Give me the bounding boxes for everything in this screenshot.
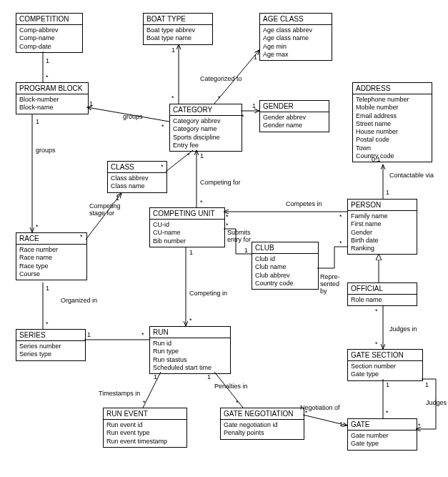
label-timestamps: Timestamps in bbox=[99, 390, 140, 397]
label-judges-in: Judges in bbox=[389, 325, 417, 333]
card: * bbox=[242, 113, 244, 120]
entity-official: OFFICIAL Role name bbox=[347, 282, 417, 306]
card: 1 bbox=[386, 381, 389, 388]
entity-club: CLUB Club id Club name Club abbrev Count… bbox=[252, 242, 319, 290]
card: * bbox=[236, 399, 239, 406]
card: * bbox=[375, 308, 378, 315]
card: 1 bbox=[46, 57, 49, 64]
entity-run: RUN Run id Run type Run stastus Schedule… bbox=[149, 326, 231, 374]
label-organized: Organized in bbox=[61, 297, 97, 304]
entity-boat-type: BOAT TYPE Boat type abbrev Boat type nam… bbox=[143, 13, 213, 45]
entity-competing-unit: COMPETING UNIT CU-id CU-name Bib number bbox=[149, 207, 225, 247]
card: 1 bbox=[154, 373, 157, 380]
card: * bbox=[161, 163, 164, 170]
entity-gate: GATE Gate number Gate type bbox=[347, 418, 417, 451]
card: * bbox=[339, 213, 342, 220]
entity-address: ADDRESS Telephone number Mobile number E… bbox=[352, 82, 432, 162]
entity-title: COMPETITION bbox=[16, 14, 82, 25]
card: * bbox=[80, 233, 83, 240]
card: 1 bbox=[116, 195, 119, 202]
card: 1 bbox=[339, 421, 343, 428]
card: * bbox=[226, 222, 229, 229]
entity-gate-section: GATE SECTION Section number Gate type bbox=[347, 349, 423, 381]
label-submits: Submits entry for bbox=[227, 229, 251, 243]
entity-competition: COMPETITION Comp-abbrev Comp-name Comp-d… bbox=[16, 13, 83, 53]
label-competing-in: Competing in bbox=[189, 290, 227, 297]
card: * bbox=[375, 340, 378, 348]
label-represented: Repre- sented by bbox=[320, 273, 340, 295]
label-groups2: groups bbox=[123, 113, 143, 120]
card: 1 bbox=[244, 247, 248, 254]
card: * bbox=[187, 152, 190, 159]
card: 1 bbox=[46, 285, 49, 292]
card: * bbox=[386, 409, 389, 416]
card: * bbox=[143, 399, 146, 406]
entity-program-block: PROGRAM BLOCK Block-number Block-name bbox=[16, 82, 89, 114]
card: * bbox=[189, 317, 192, 324]
card: * bbox=[200, 199, 203, 206]
card: 1 bbox=[200, 152, 204, 159]
card: 1 bbox=[89, 100, 93, 107]
card: * bbox=[141, 331, 144, 338]
entity-gender: GENDER Gender abbrev Gender name bbox=[259, 100, 329, 132]
card: 0.1 bbox=[372, 156, 381, 163]
label-competing-for: Competing for bbox=[200, 179, 241, 186]
entity-race: RACE Race number Race name Race type Cou… bbox=[16, 232, 87, 280]
card: * bbox=[36, 223, 39, 230]
card: 1 bbox=[252, 102, 256, 109]
svg-line-18 bbox=[214, 372, 243, 408]
card: * bbox=[171, 94, 174, 102]
label-groups: groups bbox=[36, 147, 56, 154]
card: 1 bbox=[189, 249, 193, 256]
label-categorized-to: Categorized to bbox=[200, 75, 242, 82]
label-competes-in: Competes in bbox=[286, 200, 322, 207]
entity-category: CATEGORY Category abbrev Category name S… bbox=[169, 104, 242, 152]
entity-series: SERIES Series number Series type bbox=[16, 329, 86, 361]
card: * bbox=[305, 409, 308, 416]
card: * bbox=[418, 422, 421, 429]
card: 1 bbox=[386, 189, 389, 196]
card: 1 bbox=[425, 381, 429, 388]
entity-person: PERSON Family name First name Gender Bir… bbox=[347, 199, 417, 255]
card: * bbox=[46, 320, 49, 328]
entity-age-class: AGE CLASS Age class abbrev Age class nam… bbox=[259, 13, 332, 61]
card: * bbox=[218, 94, 221, 102]
entity-gate-negotiation: GATE NEGOTIATION Gate negotiation id Pen… bbox=[220, 408, 304, 440]
label-competing-stage: Competing stage for bbox=[89, 202, 121, 217]
card: * bbox=[46, 74, 49, 81]
label-penalties: Penalties in bbox=[214, 383, 248, 390]
card: * bbox=[226, 213, 229, 220]
card: * bbox=[339, 240, 342, 247]
label-judges: Judges bbox=[426, 399, 447, 406]
entity-run-event: RUN EVENT Run event id Run event type Ru… bbox=[103, 408, 187, 448]
card: 1 bbox=[171, 46, 175, 54]
card: 1 bbox=[207, 373, 211, 380]
card: 1 bbox=[87, 331, 91, 338]
entity-attrs: Comp-abbrev Comp-name Comp-date bbox=[16, 25, 82, 52]
entity-class: CLASS Class abbrev Class name bbox=[107, 161, 167, 193]
card: 1 bbox=[36, 118, 39, 125]
label-contactable: Contactable via bbox=[389, 172, 434, 179]
card: 1 bbox=[254, 54, 257, 61]
card: * bbox=[161, 123, 164, 130]
